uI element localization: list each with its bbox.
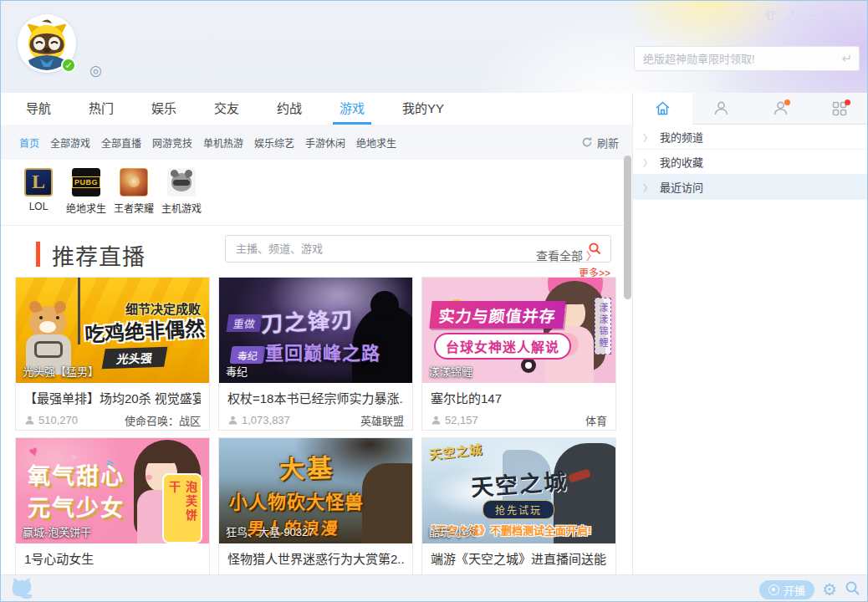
minimize-icon[interactable] <box>805 8 819 22</box>
stream-title: 端游《天空之城》进直播间送能... <box>431 549 607 567</box>
stream-thumbnail: 实力与颜值并存 台球女神迷人解说 漾漾锦鲤 漾漾锦鲤 <box>422 278 615 383</box>
streamer-name-badge: 酷玩-小炎 <box>429 523 476 539</box>
stream-thumbnail: ♥ ♥ ≈ 氧气甜心 元气少女 泡芙饼干 赢城-泡芙饼干 <box>16 438 209 543</box>
subnav-variety[interactable]: 娱乐综艺 <box>254 135 294 150</box>
nav-tab-daohang[interactable]: 导航 <box>26 93 51 125</box>
refresh-button[interactable]: 刷新 <box>581 125 619 160</box>
section-title: 推荐直播 <box>52 239 146 272</box>
tab-home[interactable] <box>633 93 692 125</box>
visibility-status-icon[interactable]: ◎ <box>89 62 102 79</box>
wangzhe-icon <box>120 168 148 196</box>
section-divider <box>1 225 632 226</box>
viewer-count: 510,270 <box>24 414 78 426</box>
nav-tab-remen[interactable]: 热门 <box>89 93 114 125</box>
stream-thumbnail: 大基 小人物砍大怪兽 男人的浪漫 狂鸟、大基-90327 <box>219 438 412 543</box>
subnav-all-live[interactable]: 全部直播 <box>101 135 141 150</box>
tab-friends[interactable] <box>751 93 810 124</box>
stream-card-1[interactable]: 细节决定成败 吃鸡绝非偶然 光头强 光头强【猛男】 【最强单排】场均20杀 视觉… <box>15 277 210 431</box>
subnav-home[interactable]: 首页 <box>19 135 39 150</box>
streamer-name-badge: 毒纪 <box>226 363 248 379</box>
nav-tab-jiaoyou[interactable]: 交友 <box>214 93 239 125</box>
sidebar-tabs <box>633 93 868 125</box>
viewer-icon <box>227 415 238 426</box>
chevron-right-icon: 〉 <box>643 156 652 169</box>
enter-icon[interactable]: ↵ <box>841 51 852 66</box>
recommended-live-header: 推荐直播 查看全部 〉 <box>1 235 632 272</box>
console-games-icon <box>167 168 196 196</box>
stream-category: 体育 <box>585 412 607 428</box>
nav-tab-yuezhan[interactable]: 约战 <box>277 93 302 125</box>
stream-category: 英雄联盟 <box>360 412 404 428</box>
viewer-count: 1,073,837 <box>227 414 290 426</box>
top-banner: ✓ ◎ ↵ <box>1 1 868 93</box>
stream-thumbnail: 天空之城 天空之城 抢先试玩 《天空之城》不删档测试全面开启! 酷玩-小炎 <box>422 438 615 543</box>
streamer-name-badge: 漾漾锦鲤 <box>429 363 472 379</box>
stream-card-5[interactable]: 大基 小人物砍大怪兽 男人的浪漫 狂鸟、大基-90327 怪物猎人世界迷惑行为大… <box>218 437 413 574</box>
subnav-all-games[interactable]: 全部游戏 <box>50 135 90 150</box>
subnav-pubg[interactable]: 绝地求生 <box>356 135 396 150</box>
quick-game-wangzhe[interactable]: 王者荣耀 <box>114 168 154 215</box>
settings-gear-icon[interactable]: ⚙ <box>822 581 837 598</box>
viewer-icon <box>431 415 442 426</box>
mini-mode-icon[interactable] <box>784 8 798 22</box>
right-sidebar: 〉 我的频道 〉 我的收藏 〉 最近访问 <box>632 93 868 574</box>
nav-tab-yule[interactable]: 娱乐 <box>151 93 176 125</box>
stream-title: 【最强单排】场均20杀 视觉盛宴 <box>24 389 201 406</box>
quick-game-lol[interactable]: L LOL <box>18 168 59 212</box>
chevron-right-icon: 〉 <box>643 181 652 194</box>
streamer-name-badge: 狂鸟、大基-90327 <box>226 523 314 539</box>
stream-card-4[interactable]: ♥ ♥ ≈ 氧气甜心 元气少女 泡芙饼干 赢城-泡芙饼干 1号心动女生 <box>15 437 210 574</box>
lol-icon: L <box>24 168 53 196</box>
nav-tab-my-yy[interactable]: 我的YY <box>402 93 444 125</box>
announcement-input[interactable] <box>643 53 841 65</box>
tab-apps[interactable] <box>810 93 868 124</box>
vertical-scrollbar[interactable] <box>624 156 631 299</box>
chevron-right-icon: 〉 <box>643 130 652 144</box>
subnav-pc-games[interactable]: 单机热游 <box>203 135 243 150</box>
stream-thumbnail: 重做 刀之锋刃 毒纪 重回巅峰之路 毒纪 <box>219 278 412 383</box>
maximize-icon[interactable] <box>826 8 840 22</box>
sidebar-item-recent-visits[interactable]: 〉 最近访问 <box>633 175 868 200</box>
window-controls <box>763 8 860 22</box>
stream-title: 怪物猎人世界迷惑行为大赏第2... <box>227 549 404 567</box>
person-icon <box>712 99 730 117</box>
start-live-button[interactable]: 开播 <box>759 580 814 599</box>
view-all-link[interactable]: 查看全部 〉 <box>536 247 597 263</box>
quick-games-row: L LOL PUBG 绝地求生 王者荣耀 主机游戏 更多>> <box>1 160 632 225</box>
home-icon <box>654 99 671 117</box>
stream-title: 塞尔比的147 <box>431 389 607 406</box>
yy-mascot-icon[interactable] <box>9 578 38 601</box>
main-content-pane: 导航 热门 娱乐 交友 约战 游戏 我的YY 首页 全部游戏 全部直播 网游竞技… <box>1 93 632 574</box>
subnav-online-games[interactable]: 网游竞技 <box>152 135 192 150</box>
stream-card-3[interactable]: 实力与颜值并存 台球女神迷人解说 漾漾锦鲤 漾漾锦鲤 塞尔比的147 52,15… <box>421 277 616 431</box>
sidebar-item-my-favorites[interactable]: 〉 我的收藏 <box>633 150 868 175</box>
stream-title: 1号心动女生 <box>24 549 201 567</box>
stream-card-2[interactable]: 重做 刀之锋刃 毒纪 重回巅峰之路 毒纪 权杖=18本书已经宗师实力暴涨... … <box>218 277 413 431</box>
close-icon[interactable] <box>847 8 860 22</box>
quick-game-pubg[interactable]: PUBG 绝地求生 <box>66 168 106 215</box>
online-status-badge: ✓ <box>61 58 76 73</box>
subnav-mobile-games[interactable]: 手游休闲 <box>305 135 345 150</box>
announcement-search-box[interactable]: ↵ <box>634 46 860 71</box>
stream-category: 使命召唤：战区 <box>125 412 201 428</box>
avatar[interactable]: ✓ <box>18 14 76 73</box>
sub-nav: 首页 全部游戏 全部直播 网游竞技 单机热游 娱乐综艺 手游休闲 绝地求生 刷新 <box>1 125 632 160</box>
tab-contacts[interactable] <box>692 93 752 124</box>
stream-title: 权杖=18本书已经宗师实力暴涨... <box>227 389 404 406</box>
quick-game-console[interactable]: 主机游戏 <box>161 168 202 215</box>
pubg-icon: PUBG <box>72 168 100 196</box>
yy-client-window: ✓ ◎ ↵ 导航 热门 <box>0 0 868 602</box>
nav-tab-youxi-active[interactable]: 游戏 <box>340 93 365 125</box>
skin-icon[interactable] <box>763 8 777 22</box>
section-accent-bar <box>36 242 40 267</box>
streamer-name-badge: 光头强【猛男】 <box>23 363 99 379</box>
chevron-right-icon: 〉 <box>586 247 597 263</box>
sidebar-item-my-channels[interactable]: 〉 我的频道 <box>633 125 868 150</box>
notification-dot <box>784 99 790 105</box>
footer-search-icon[interactable] <box>845 580 860 599</box>
footer-bar: 开播 ⚙ <box>1 574 868 602</box>
streamer-name-badge: 赢城-泡芙饼干 <box>23 523 91 539</box>
notification-dot <box>845 99 850 105</box>
viewer-count: 52,157 <box>431 414 478 426</box>
stream-card-6[interactable]: 天空之城 天空之城 抢先试玩 《天空之城》不删档测试全面开启! 酷玩-小炎 端游… <box>421 437 616 574</box>
